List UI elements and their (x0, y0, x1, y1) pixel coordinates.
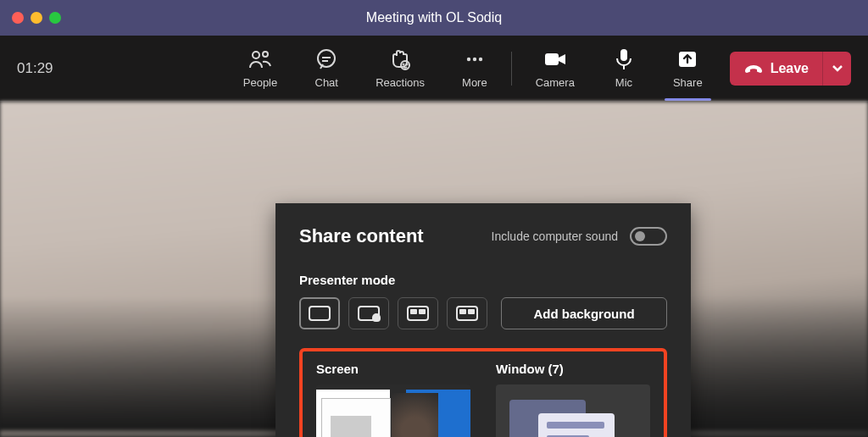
share-screen-label: Screen (316, 362, 470, 376)
include-sound-label: Include computer sound (492, 230, 618, 243)
leave-label: Leave (771, 61, 809, 76)
leave-button[interactable]: Leave (730, 52, 822, 86)
svg-point-7 (407, 64, 408, 65)
hangup-icon (743, 61, 764, 76)
window-controls (12, 12, 61, 24)
share-icon (676, 47, 699, 71)
share-source-highlight: Screen Window (7) (299, 348, 667, 437)
people-icon (248, 47, 272, 71)
people-label: People (243, 76, 277, 89)
minimize-window-icon[interactable] (31, 12, 42, 24)
svg-point-1 (263, 52, 268, 57)
presenter-mode-content-only[interactable] (299, 297, 340, 329)
presenter-mode-side-by-side[interactable] (398, 297, 438, 329)
svg-point-9 (473, 58, 476, 61)
share-window-thumbnail[interactable] (496, 384, 650, 437)
svg-point-6 (403, 64, 404, 65)
presenter-mode-standout[interactable] (348, 297, 389, 329)
chevron-down-icon (832, 64, 843, 73)
share-button[interactable]: Share (654, 47, 721, 89)
svg-point-8 (467, 58, 470, 61)
chat-icon (314, 47, 338, 71)
camera-button[interactable]: Camera (517, 47, 593, 89)
title-bar: Meeting with OL Sodiq (0, 0, 868, 36)
svg-rect-11 (545, 53, 559, 65)
reactions-label: Reactions (376, 76, 425, 89)
share-label: Share (673, 76, 703, 89)
toolbar-divider (511, 52, 512, 86)
leave-options-button[interactable] (822, 52, 851, 86)
mic-button[interactable]: Mic (593, 47, 654, 89)
camera-icon (543, 47, 567, 71)
add-background-button[interactable]: Add background (501, 297, 667, 329)
presenter-mode-reporter[interactable] (447, 297, 487, 329)
more-button[interactable]: More (443, 47, 506, 89)
fullscreen-window-icon[interactable] (49, 12, 61, 24)
close-window-icon[interactable] (12, 12, 24, 24)
share-window-label: Window (7) (496, 362, 650, 376)
mic-label: Mic (615, 76, 632, 89)
include-sound-toggle[interactable] (630, 227, 667, 246)
share-window-section: Window (7) (496, 362, 650, 437)
reactions-icon (388, 47, 412, 71)
chat-button[interactable]: Chat (296, 47, 357, 89)
share-screen-section: Screen (316, 362, 470, 437)
svg-point-0 (253, 52, 259, 58)
svg-rect-12 (620, 49, 627, 61)
presenter-mode-row: Add background (299, 297, 667, 329)
more-label: More (462, 76, 487, 89)
people-button[interactable]: People (225, 47, 296, 89)
share-content-panel: Share content Include computer sound Pre… (275, 203, 691, 437)
more-icon (463, 47, 487, 71)
svg-point-10 (479, 58, 482, 61)
camera-label: Camera (536, 76, 575, 89)
meeting-toolbar: 01:29 People Chat Reactions (0, 36, 868, 102)
meeting-title: Meeting with OL Sodiq (0, 10, 868, 25)
share-content-title: Share content (299, 225, 424, 247)
chat-label: Chat (315, 76, 338, 89)
mic-icon (612, 47, 636, 71)
share-screen-thumbnail[interactable] (316, 384, 470, 437)
leave-button-group: Leave (730, 52, 851, 86)
meeting-timer: 01:29 (17, 60, 85, 77)
presenter-mode-label: Presenter mode (299, 273, 667, 287)
reactions-button[interactable]: Reactions (357, 47, 443, 89)
